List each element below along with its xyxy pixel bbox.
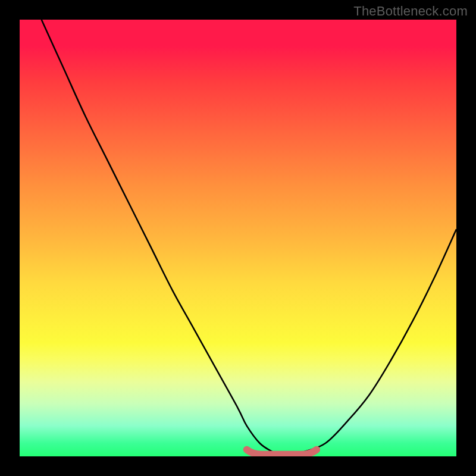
bottleneck-curve [42, 20, 456, 456]
watermark-text: TheBottleneck.com [353, 4, 468, 19]
chart-frame: TheBottleneck.com [0, 0, 476, 476]
plot-area [20, 20, 456, 456]
chart-svg [20, 20, 456, 456]
